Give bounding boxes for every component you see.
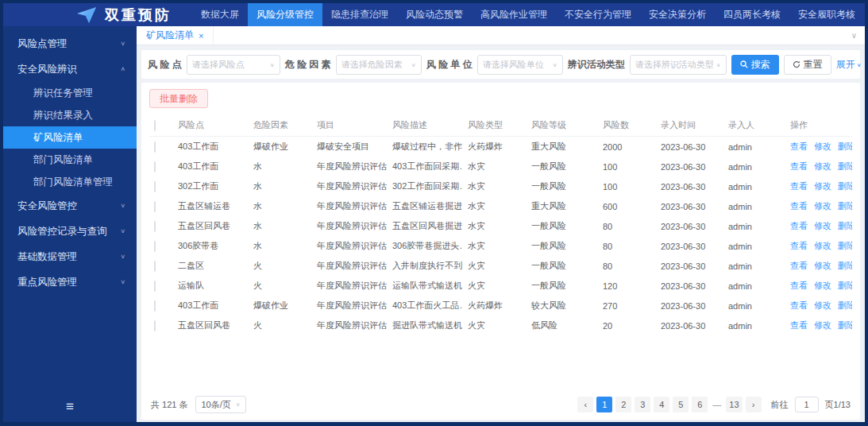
- page-button[interactable]: 2: [615, 397, 631, 412]
- table-cell: 120: [598, 276, 656, 296]
- page-button[interactable]: 4: [654, 397, 669, 412]
- table-cell: 302工作面回采期…: [388, 176, 463, 196]
- topnav-item[interactable]: 高风险作业管理: [472, 3, 556, 26]
- table-cell: 403工作面火工品…: [388, 296, 463, 316]
- action-delete-link[interactable]: 删除: [838, 141, 852, 151]
- tabbar-dropdown-chevron-icon[interactable]: ∨: [851, 31, 857, 40]
- sidebar-item[interactable]: 部门风险清单: [3, 149, 137, 171]
- page-size-select[interactable]: 10条/页 ∨: [195, 396, 245, 413]
- close-icon[interactable]: ×: [199, 31, 203, 41]
- action-view-link[interactable]: 查看: [790, 320, 808, 330]
- action-view-link[interactable]: 查看: [790, 241, 808, 250]
- select-all-checkbox[interactable]: [154, 120, 156, 131]
- table-cell: 重大风险: [527, 196, 598, 216]
- action-edit-link[interactable]: 修改: [814, 241, 831, 250]
- topnav-item[interactable]: 风险动态预警: [397, 3, 472, 26]
- action-edit-link[interactable]: 修改: [814, 261, 831, 270]
- hazard-factor-select[interactable]: 请选择危险因素∨: [336, 55, 422, 75]
- last-page-button[interactable]: 13: [726, 397, 742, 412]
- action-edit-link[interactable]: 修改: [814, 141, 831, 151]
- action-delete-link[interactable]: 删除: [838, 300, 852, 310]
- page-button[interactable]: 6: [692, 397, 708, 412]
- select-placeholder: 请选择风险点: [192, 59, 267, 71]
- action-delete-link[interactable]: 删除: [838, 201, 852, 211]
- action-edit-link[interactable]: 修改: [814, 221, 831, 230]
- table-cell: 年度风险辨识评估…: [312, 296, 388, 316]
- actions-cell: 查看修改删除: [785, 196, 852, 216]
- row-checkbox[interactable]: [154, 261, 156, 272]
- sidebar-item[interactable]: 矿风险清单: [3, 126, 137, 149]
- action-view-link[interactable]: 查看: [790, 300, 808, 310]
- action-view-link[interactable]: 查看: [790, 261, 808, 270]
- action-edit-link[interactable]: 修改: [814, 281, 831, 290]
- action-view-link[interactable]: 查看: [790, 201, 808, 211]
- topnav-item[interactable]: 安全决策分析: [640, 3, 715, 26]
- search-button[interactable]: 搜索: [731, 55, 779, 75]
- action-delete-link[interactable]: 删除: [838, 261, 852, 270]
- next-page-button[interactable]: ›: [746, 397, 762, 412]
- action-view-link[interactable]: 查看: [790, 281, 808, 290]
- row-checkbox[interactable]: [154, 161, 156, 172]
- sidebar-item[interactable]: 安全风险管控∨: [3, 193, 137, 219]
- sidebar-item[interactable]: 部门风险清单管理: [3, 171, 137, 193]
- row-checkbox[interactable]: [154, 300, 156, 312]
- action-view-link[interactable]: 查看: [790, 141, 808, 151]
- sidebar-item[interactable]: 风险点管理∨: [3, 31, 137, 56]
- action-delete-link[interactable]: 删除: [838, 161, 852, 171]
- page-button[interactable]: 3: [635, 397, 650, 412]
- risk-unit-select[interactable]: 请选择风险单位∨: [477, 55, 563, 75]
- prev-page-button[interactable]: ‹: [577, 397, 593, 412]
- action-edit-link[interactable]: 修改: [814, 320, 831, 330]
- row-checkbox[interactable]: [154, 320, 156, 331]
- sidebar-item[interactable]: 辨识任务管理: [3, 82, 137, 104]
- action-edit-link[interactable]: 修改: [814, 300, 831, 310]
- table-cell: 水: [249, 176, 312, 196]
- topnav-item[interactable]: 不安全行为管理: [556, 3, 640, 26]
- action-edit-link[interactable]: 修改: [814, 161, 831, 171]
- action-edit-link[interactable]: 修改: [814, 181, 831, 191]
- sidebar-item[interactable]: 辨识结果录入: [3, 104, 137, 126]
- topnav-item[interactable]: 数据大屏: [192, 3, 248, 26]
- topnav-item[interactable]: 隐患排查治理: [322, 3, 397, 26]
- identify-activity-type-select[interactable]: 请选择辨识活动类型∨: [630, 55, 727, 75]
- risk-point-select[interactable]: 请选择风险点∨: [187, 55, 280, 75]
- topnav-item[interactable]: 四员两长考核: [715, 3, 789, 26]
- checkbox-cell: [149, 176, 173, 196]
- expand-filters-link[interactable]: 展开 ∨: [836, 58, 862, 72]
- row-checkbox[interactable]: [154, 181, 156, 192]
- action-delete-link[interactable]: 删除: [838, 181, 852, 191]
- page-button[interactable]: 1: [596, 397, 612, 412]
- topnav-item[interactable]: 安全履职考核: [789, 3, 864, 26]
- row-checkbox[interactable]: [154, 221, 156, 232]
- table-cell: 306胶带巷: [173, 236, 249, 256]
- table-cell: 火: [249, 316, 312, 335]
- table-cell: 入井制度执行不到…: [388, 256, 463, 276]
- table-cell: 一般风险: [527, 216, 598, 236]
- sidebar-item[interactable]: 安全风险辨识∧: [3, 56, 137, 82]
- topnav-item[interactable]: …: [864, 3, 868, 26]
- tab-mine-risk-list[interactable]: 矿风险清单 ×: [137, 26, 214, 45]
- goto-page-input[interactable]: [795, 397, 819, 412]
- reset-button[interactable]: 重置: [784, 55, 831, 75]
- row-checkbox[interactable]: [154, 241, 156, 252]
- sidebar-item[interactable]: 重点风险管理∨: [3, 269, 137, 295]
- row-checkbox[interactable]: [154, 201, 156, 212]
- action-edit-link[interactable]: 修改: [814, 201, 831, 211]
- sidebar-item[interactable]: 基础数据管理∨: [3, 244, 137, 269]
- actions-cell: 查看修改删除: [785, 256, 852, 276]
- batch-delete-button[interactable]: 批量删除: [149, 89, 208, 108]
- action-delete-link[interactable]: 删除: [838, 221, 852, 230]
- action-delete-link[interactable]: 删除: [838, 320, 852, 330]
- action-delete-link[interactable]: 删除: [838, 241, 852, 250]
- action-view-link[interactable]: 查看: [790, 161, 808, 171]
- action-view-link[interactable]: 查看: [790, 221, 808, 230]
- sidebar-item[interactable]: 风险管控记录与查询∨: [3, 219, 137, 244]
- row-checkbox[interactable]: [154, 281, 156, 292]
- row-checkbox[interactable]: [154, 141, 156, 153]
- topnav-item[interactable]: 风险分级管控: [248, 3, 322, 26]
- action-view-link[interactable]: 查看: [790, 181, 808, 191]
- top-navbar: 双重预防 数据大屏风险分级管控隐患排查治理风险动态预警高风险作业管理不安全行为管…: [3, 3, 865, 26]
- action-delete-link[interactable]: 删除: [838, 281, 852, 290]
- page-button[interactable]: 5: [673, 397, 689, 412]
- collapse-sidebar-button[interactable]: ≡: [3, 397, 137, 417]
